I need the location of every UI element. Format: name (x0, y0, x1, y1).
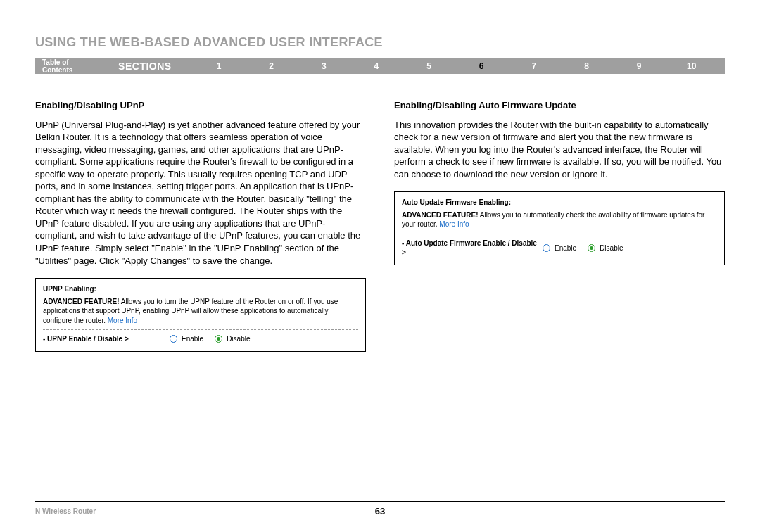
upnp-panel: UPNP Enabling: ADVANCED FEATURE! Allows … (35, 278, 366, 352)
page-title: USING THE WEB-BASED ADVANCED USER INTERF… (35, 35, 725, 50)
section-link-10[interactable]: 10 (665, 61, 718, 71)
toc-link[interactable]: Table of Contents (42, 58, 97, 74)
section-link-3[interactable]: 3 (298, 61, 350, 71)
advanced-feature-label: ADVANCED FEATURE! (43, 298, 120, 305)
section-navbar: Table of Contents SECTIONS 1 2 3 4 5 6 7… (35, 58, 725, 74)
firmware-enable-label: Enable (555, 243, 576, 253)
footer-product: N Wireless Router (35, 507, 96, 515)
left-body: UPnP (Universal Plug-and-Play) is yet an… (35, 119, 366, 267)
footer-page-number: 63 (375, 506, 385, 517)
more-info-link-2[interactable]: More Info (439, 220, 469, 228)
page-footer: N Wireless Router 63 (35, 501, 725, 515)
firmware-enable-radio[interactable] (543, 244, 550, 252)
section-link-9[interactable]: 9 (613, 61, 666, 71)
section-link-4[interactable]: 4 (350, 61, 403, 71)
right-column: Enabling/Disabling Auto Firmware Update … (394, 99, 725, 352)
left-heading: Enabling/Disabling UPnP (35, 99, 366, 112)
upnp-disable-radio[interactable] (215, 335, 222, 343)
section-link-7[interactable]: 7 (508, 61, 561, 71)
upnp-disable-label: Disable (227, 334, 250, 344)
upnp-panel-desc: ADVANCED FEATURE! Allows you to turn the… (43, 297, 358, 326)
firmware-disable-radio[interactable] (588, 244, 595, 252)
more-info-link[interactable]: More Info (108, 317, 137, 324)
left-column: Enabling/Disabling UPnP UPnP (Universal … (35, 99, 366, 352)
advanced-feature-label-2: ADVANCED FEATURE! (402, 211, 479, 219)
section-link-1[interactable]: 1 (193, 61, 246, 71)
firmware-disable-label: Disable (600, 243, 623, 253)
right-body: This innovation provides the Router with… (394, 119, 725, 181)
firmware-panel-desc: ADVANCED FEATURE! Allows you to automati… (402, 210, 717, 229)
section-link-2[interactable]: 2 (245, 61, 298, 71)
right-heading: Enabling/Disabling Auto Firmware Update (394, 99, 725, 112)
section-link-5[interactable]: 5 (403, 61, 455, 71)
firmware-panel-title: Auto Update Firmware Enabling: (402, 198, 717, 208)
upnp-enable-label: Enable (182, 334, 203, 344)
sections-label: SECTIONS (118, 61, 172, 72)
firmware-panel: Auto Update Firmware Enabling: ADVANCED … (394, 191, 725, 265)
upnp-toggle-row: - UPNP Enable / Disable > Enable Disable (43, 329, 358, 344)
upnp-row-label: - UPNP Enable / Disable > (43, 334, 170, 344)
upnp-enable-radio[interactable] (170, 335, 177, 343)
firmware-toggle-row: - Auto Update Firmware Enable / Disable … (402, 234, 717, 258)
section-link-8[interactable]: 8 (560, 61, 613, 71)
section-link-6[interactable]: 6 (455, 61, 508, 71)
firmware-row-label: - Auto Update Firmware Enable / Disable … (402, 239, 543, 258)
upnp-panel-title: UPNP Enabling: (43, 284, 358, 294)
